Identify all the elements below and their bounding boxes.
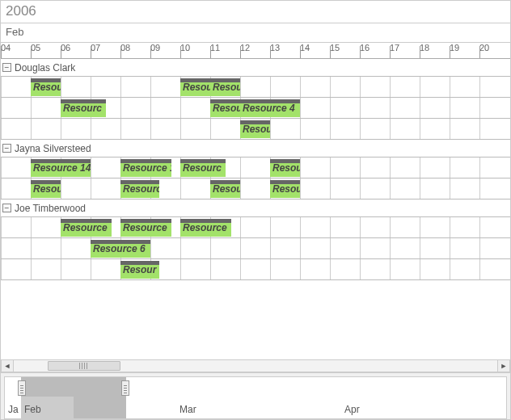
overview-handle-left[interactable] xyxy=(18,380,26,396)
task-bar[interactable]: Resource 1 xyxy=(120,159,171,177)
scroll-thumb[interactable] xyxy=(48,361,120,371)
task-bar[interactable]: Resour xyxy=(120,261,159,279)
task-bar[interactable]: Resou xyxy=(210,180,240,198)
day-header-cell: 05 xyxy=(31,43,61,58)
overview-panel: Ja Feb Mar Apr xyxy=(1,372,510,419)
day-header-cell: 18 xyxy=(420,43,450,58)
task-bar[interactable]: Resou xyxy=(270,180,300,198)
task-bar[interactable]: Resource xyxy=(180,219,231,237)
month-header: Feb xyxy=(1,23,510,43)
gantt-row: ResourcResouResource 4 xyxy=(1,98,510,119)
gantt-body: −Douglas ClarkResourcResouResourcResourc… xyxy=(1,59,510,280)
day-header-cell: 14 xyxy=(300,43,330,58)
task-bar[interactable]: Resou xyxy=(210,99,240,117)
overview-label: Ja xyxy=(8,404,19,415)
day-header-cell: 12 xyxy=(240,43,270,58)
gantt-row: Resource 6 xyxy=(1,238,510,259)
h-scrollbar[interactable]: ◄ ► xyxy=(1,359,510,372)
gantt-row: Resour xyxy=(1,259,510,280)
group-label: Joe Timberwood xyxy=(15,203,86,214)
gantt-row: Resource 14Resource 1ResourcResour xyxy=(1,158,510,178)
group-header[interactable]: −Joe Timberwood xyxy=(1,200,510,217)
days-header: 0405060708091011121314151617181920 xyxy=(1,43,510,59)
task-bar[interactable]: Resource xyxy=(120,219,171,237)
scroll-left-button[interactable]: ◄ xyxy=(1,360,14,372)
day-header-cell: 17 xyxy=(390,43,420,58)
task-bar[interactable]: Resourc xyxy=(180,159,226,177)
collapse-icon[interactable]: − xyxy=(2,204,11,212)
day-header-cell: 15 xyxy=(330,43,360,58)
day-header-cell: 19 xyxy=(450,43,479,58)
overview-label: Mar xyxy=(179,404,196,415)
day-header-cell: 06 xyxy=(61,43,91,58)
task-bar[interactable]: Resource 6 xyxy=(91,240,150,258)
day-header-cell: 08 xyxy=(120,43,150,58)
group-label: Jayna Silversteed xyxy=(15,143,91,154)
day-header-cell: 09 xyxy=(150,43,180,58)
task-bar[interactable]: Resourc xyxy=(210,78,240,96)
gantt-row: ResourcResouResourc xyxy=(1,77,510,98)
overview-label: Apr xyxy=(344,404,360,415)
group-header[interactable]: −Douglas Clark xyxy=(1,59,510,77)
gantt-row: Resour xyxy=(1,119,510,140)
group-header[interactable]: −Jayna Silversteed xyxy=(1,140,510,158)
day-header-cell: 20 xyxy=(479,43,509,58)
scroll-right-button[interactable]: ► xyxy=(497,360,510,372)
gantt-row: ResourResourcResouResou xyxy=(1,178,510,200)
day-header-cell: 07 xyxy=(91,43,120,58)
task-bar[interactable]: Resource 14 xyxy=(31,159,91,177)
task-bar[interactable]: Resource 4 xyxy=(240,99,300,117)
day-header-cell: 13 xyxy=(270,43,300,58)
day-header-cell: 11 xyxy=(210,43,240,58)
task-bar[interactable]: Resource xyxy=(61,219,112,237)
collapse-icon[interactable]: − xyxy=(2,63,11,72)
gantt-app: 2006 Feb 0405060708091011121314151617181… xyxy=(0,0,511,420)
overview-track[interactable]: Ja Feb Mar Apr xyxy=(4,376,507,419)
task-bar[interactable]: Resourc xyxy=(120,180,159,198)
day-header-cell: 16 xyxy=(360,43,390,58)
day-header-cell: 10 xyxy=(180,43,210,58)
group-label: Douglas Clark xyxy=(15,62,75,74)
task-bar[interactable]: Resourc xyxy=(31,78,61,96)
day-header-cell: 04 xyxy=(1,43,31,58)
task-bar[interactable]: Resour xyxy=(31,180,61,198)
gantt-row: ResourceResourceResource xyxy=(1,217,510,238)
collapse-icon[interactable]: − xyxy=(2,144,11,153)
task-bar[interactable]: Resourc xyxy=(61,99,106,117)
year-header: 2006 xyxy=(1,1,510,23)
task-bar[interactable]: Resour xyxy=(270,159,300,177)
task-bar[interactable]: Resour xyxy=(240,120,270,138)
scroll-track[interactable] xyxy=(14,360,497,372)
task-bar[interactable]: Resou xyxy=(180,78,210,96)
overview-handle-right[interactable] xyxy=(121,380,129,396)
overview-label: Feb xyxy=(24,404,41,415)
